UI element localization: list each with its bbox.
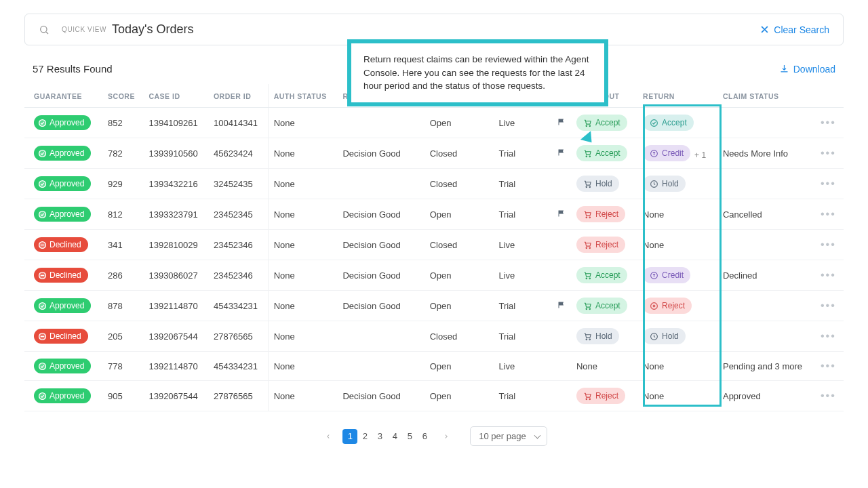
page-3[interactable]: 3 — [372, 429, 387, 444]
col-return[interactable]: RETURN — [637, 84, 717, 108]
return-reject-pill[interactable]: Reject — [643, 298, 692, 314]
credit-pill[interactable]: Credit — [643, 267, 690, 283]
reject-pill[interactable]: Reject — [576, 206, 625, 222]
case-status-cell: Closed — [425, 321, 494, 352]
return-cell: Credit+ 1 — [637, 138, 717, 169]
claim-status-cell: Declined — [717, 260, 815, 291]
col-order-id[interactable]: ORDER ID — [208, 84, 268, 108]
case-type-cell: Live — [493, 230, 552, 260]
none-text: None — [643, 240, 664, 250]
svg-rect-32 — [558, 302, 559, 308]
case-type-cell: Trial — [493, 381, 552, 411]
search-title: Today's Orders — [112, 22, 193, 37]
table-row[interactable]: Approved929139343221632452435NoneClosedT… — [24, 169, 844, 199]
more-actions-button[interactable]: ••• — [821, 208, 836, 220]
more-actions-button[interactable]: ••• — [821, 390, 836, 401]
case-status-cell: Open — [425, 291, 494, 321]
none-text: None — [643, 209, 664, 220]
svg-point-25 — [589, 247, 591, 249]
page-6[interactable]: 6 — [417, 429, 432, 444]
more-actions-button[interactable]: ••• — [821, 269, 836, 281]
per-page-select[interactable]: 10 per page — [470, 426, 547, 446]
case-id-cell: 1394109261 — [143, 108, 208, 138]
hold-pill[interactable]: Hold — [643, 328, 686, 344]
checkout-cell: Accept — [571, 108, 637, 138]
svg-point-38 — [586, 339, 587, 340]
review-decision-cell: Decision Good — [337, 199, 424, 230]
flag-icon — [557, 209, 566, 218]
page-prev[interactable] — [321, 429, 336, 444]
accept-pill[interactable]: Accept — [576, 267, 627, 283]
extra-count: + 1 — [694, 150, 706, 160]
col-claim-status[interactable]: CLAIM STATUS — [717, 84, 815, 108]
more-actions-button[interactable]: ••• — [821, 330, 836, 342]
more-actions-button[interactable]: ••• — [821, 300, 836, 311]
more-actions-button[interactable]: ••• — [821, 360, 836, 371]
order-id-cell: 32452435 — [208, 169, 268, 199]
case-status-cell: Closed — [425, 230, 494, 260]
table-row[interactable]: Approved7781392114870454334231NoneOpenLi… — [24, 352, 844, 381]
download-button[interactable]: Download — [779, 64, 835, 75]
reject-pill[interactable]: Reject — [576, 237, 625, 253]
return-accept-pill[interactable]: Accept — [643, 115, 694, 131]
score-cell: 905 — [102, 381, 143, 411]
accept-pill[interactable]: Accept — [576, 298, 627, 314]
table-row[interactable]: Approved812139332379123452345NoneDecisio… — [24, 199, 844, 230]
svg-point-6 — [586, 125, 587, 127]
col-auth-status[interactable]: AUTH STATUS — [268, 84, 337, 108]
page-next[interactable] — [439, 429, 454, 444]
table-row[interactable]: Approved8521394109261100414341NoneOpenLi… — [24, 108, 844, 138]
svg-point-15 — [586, 186, 587, 188]
checkout-cell: Reject — [571, 381, 637, 411]
auth-status-cell: None — [268, 381, 337, 411]
review-decision-cell — [337, 108, 424, 138]
reject-pill[interactable]: Reject — [576, 388, 625, 404]
more-actions-button[interactable]: ••• — [821, 147, 836, 159]
table-row[interactable]: Approved8781392114870454334231NoneDecisi… — [24, 291, 844, 321]
guarantee-badge: Approved — [34, 388, 91, 403]
guarantee-badge: Approved — [34, 146, 91, 161]
review-decision-cell: Decision Good — [337, 291, 424, 321]
results-count: 57 Results Found — [33, 63, 113, 75]
return-cell: None — [637, 352, 717, 381]
guarantee-badge: Approved — [34, 176, 91, 191]
more-actions-button[interactable]: ••• — [821, 117, 836, 128]
hold-pill[interactable]: Hold — [576, 328, 619, 344]
checkout-cell: Hold — [571, 169, 637, 199]
col-case-id[interactable]: CASE ID — [143, 84, 208, 108]
return-cell: None — [637, 381, 717, 411]
table-row[interactable]: Declined341139281002923452346NoneDecisio… — [24, 230, 844, 260]
accept-pill[interactable]: Accept — [576, 115, 627, 131]
table-row[interactable]: Approved905139206754427876565NoneDecisio… — [24, 381, 844, 411]
page-5[interactable]: 5 — [402, 429, 417, 444]
col-guarantee[interactable]: GUARANTEE — [24, 84, 102, 108]
table-row[interactable]: Declined286139308602723452346NoneDecisio… — [24, 260, 844, 291]
auth-status-cell: None — [268, 199, 337, 230]
col-score[interactable]: SCORE — [102, 84, 143, 108]
clear-search-button[interactable]: Clear Search — [760, 24, 829, 35]
hold-pill[interactable]: Hold — [643, 176, 686, 192]
case-id-cell: 1393910560 — [143, 138, 208, 169]
svg-point-24 — [586, 247, 587, 249]
svg-point-29 — [589, 278, 591, 279]
claim-status-cell: Needs More Info — [717, 138, 815, 169]
claim-status-cell: Approved — [717, 381, 815, 411]
more-actions-button[interactable]: ••• — [821, 178, 836, 189]
accept-pill[interactable]: Accept — [576, 145, 627, 161]
checkout-cell: Accept — [571, 260, 637, 291]
svg-point-39 — [589, 339, 591, 340]
page-1[interactable]: 1 — [342, 429, 357, 444]
case-status-cell: Closed — [425, 169, 494, 199]
hold-pill[interactable]: Hold — [576, 176, 619, 192]
claim-status-cell — [717, 291, 815, 321]
return-cell: Credit — [637, 260, 717, 291]
page-2[interactable]: 2 — [357, 429, 372, 444]
more-actions-button[interactable]: ••• — [821, 239, 836, 250]
order-id-cell: 100414341 — [208, 108, 268, 138]
table-row[interactable]: Approved782139391056045623424NoneDecisio… — [24, 138, 844, 169]
table-row[interactable]: Declined205139206754427876565NoneClosedT… — [24, 321, 844, 352]
svg-point-43 — [586, 399, 587, 400]
page-4[interactable]: 4 — [387, 429, 402, 444]
review-decision-cell: Decision Good — [337, 260, 424, 291]
credit-pill[interactable]: Credit — [643, 145, 690, 161]
